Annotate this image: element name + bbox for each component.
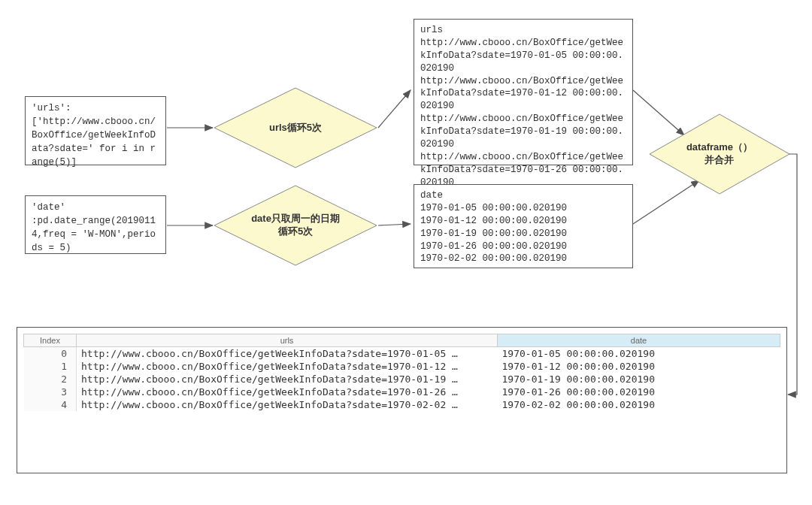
list-item: 1970-01-05 00:00:00.020190 — [420, 202, 626, 215]
cell-date: 1970-01-26 00:00:00.020190 — [498, 386, 780, 398]
cell-url: http://www.cbooo.cn/BoxOffice/getWeekInf… — [77, 347, 498, 361]
list-item: 1970-02-02 00:00:00.020190 — [420, 252, 626, 265]
code-text-date: 'date' :pd.date_range(20190114,freq = 'W… — [32, 202, 156, 253]
list-item: 1970-01-26 00:00:00.020190 — [420, 240, 626, 253]
output-dates-header: date — [420, 189, 626, 202]
code-box-date: 'date' :pd.date_range(20190114,freq = 'W… — [25, 195, 166, 254]
table-row: 0 http://www.cbooo.cn/BoxOffice/getWeekI… — [24, 347, 780, 361]
cell-index: 4 — [24, 398, 77, 411]
list-item: http://www.cbooo.cn/BoxOffice/getWeekInf… — [420, 113, 626, 151]
cell-url: http://www.cbooo.cn/BoxOffice/getWeekInf… — [77, 386, 498, 398]
table-row: 2 http://www.cbooo.cn/BoxOffice/getWeekI… — [24, 373, 780, 386]
col-header-index: Index — [24, 334, 77, 347]
code-box-urls: 'urls': ['http://www.cbooo.cn/BoxOffice/… — [25, 96, 166, 165]
diamond-urls-loop-label: urls循环5次 — [213, 86, 378, 169]
cell-url: http://www.cbooo.cn/BoxOffice/getWeekInf… — [77, 360, 498, 373]
output-box-urls: urls http://www.cbooo.cn/BoxOffice/getWe… — [414, 19, 633, 165]
diamond-dataframe-label: dataframe（） 并合并 — [648, 113, 791, 195]
list-item: http://www.cbooo.cn/BoxOffice/getWeekInf… — [420, 151, 626, 189]
diamond-dataframe: dataframe（） 并合并 — [648, 113, 791, 195]
result-table-box: Index urls date 0 http://www.cbooo.cn/Bo… — [17, 327, 787, 473]
cell-date: 1970-01-12 00:00:00.020190 — [498, 360, 780, 373]
cell-date: 1970-01-19 00:00:00.020190 — [498, 373, 780, 386]
diamond-urls-loop: urls循环5次 — [213, 86, 378, 169]
list-item: 1970-01-19 00:00:00.020190 — [420, 228, 626, 240]
diamond-date-loop-label: date只取周一的日期 循环5次 — [213, 184, 378, 267]
code-text-urls: 'urls': ['http://www.cbooo.cn/BoxOffice/… — [32, 103, 156, 168]
cell-url: http://www.cbooo.cn/BoxOffice/getWeekInf… — [77, 373, 498, 386]
list-item: http://www.cbooo.cn/BoxOffice/getWeekInf… — [420, 37, 626, 75]
cell-index: 1 — [24, 360, 77, 373]
cell-index: 3 — [24, 386, 77, 398]
output-urls-header: urls — [420, 24, 626, 37]
table-row: 4 http://www.cbooo.cn/BoxOffice/getWeekI… — [24, 398, 780, 411]
cell-url: http://www.cbooo.cn/BoxOffice/getWeekInf… — [77, 398, 498, 411]
cell-index: 0 — [24, 347, 77, 361]
result-table: Index urls date 0 http://www.cbooo.cn/Bo… — [23, 334, 780, 411]
list-item: http://www.cbooo.cn/BoxOffice/getWeekInf… — [420, 75, 626, 113]
col-header-urls: urls — [77, 334, 498, 347]
svg-line-2 — [378, 90, 411, 128]
table-row: 1 http://www.cbooo.cn/BoxOffice/getWeekI… — [24, 360, 780, 373]
svg-line-3 — [378, 224, 411, 225]
table-row: 3 http://www.cbooo.cn/BoxOffice/getWeekI… — [24, 386, 780, 398]
diamond-date-loop: date只取周一的日期 循环5次 — [213, 184, 378, 267]
cell-date: 1970-02-02 00:00:00.020190 — [498, 398, 780, 411]
cell-date: 1970-01-05 00:00:00.020190 — [498, 347, 780, 361]
col-header-date: date — [498, 334, 780, 347]
cell-index: 2 — [24, 373, 77, 386]
list-item: 1970-01-12 00:00:00.020190 — [420, 215, 626, 228]
table-header-row: Index urls date — [24, 334, 780, 347]
output-box-dates: date 1970-01-05 00:00:00.020190 1970-01-… — [414, 184, 633, 268]
